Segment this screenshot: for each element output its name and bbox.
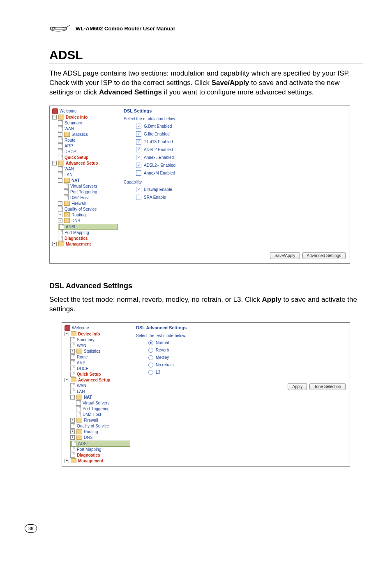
expand-icon[interactable]: + <box>58 218 62 223</box>
save-apply-button[interactable]: Save/Apply <box>270 252 300 259</box>
nav-device-info[interactable]: −Device Info <box>65 331 130 337</box>
cap-sra[interactable]: SRA Enable <box>136 195 346 200</box>
checkbox-icon[interactable]: ✓ <box>136 139 141 145</box>
nav-advanced-setup[interactable]: −Advanced Setup <box>65 377 130 383</box>
apply-button[interactable]: Apply <box>288 383 307 390</box>
intro-bold-2: Advanced Settings <box>99 88 162 96</box>
nav-summary[interactable]: Summary <box>70 337 130 343</box>
nav-adsl[interactable]: ADSL <box>58 224 118 230</box>
radio-icon[interactable] <box>148 340 153 345</box>
nav-adsl[interactable]: ADSL <box>70 441 130 447</box>
nav-management[interactable]: +Management <box>52 241 118 247</box>
nav-label: Diagnostics <box>65 236 88 241</box>
tone-selection-button[interactable]: Tone Selection <box>309 383 346 390</box>
nav-dns[interactable]: +DNS <box>70 435 130 441</box>
nav-wan[interactable]: WAN <box>58 126 118 132</box>
opt-normal[interactable]: Normal <box>148 340 346 345</box>
nav-diagnostics[interactable]: Diagnostics <box>70 452 130 458</box>
collapse-icon[interactable]: − <box>58 178 62 183</box>
advanced-settings-button[interactable]: Advanced Settings <box>302 252 346 259</box>
nav-dns[interactable]: +DNS <box>58 218 118 224</box>
nav-device-info[interactable]: −Device Info <box>52 115 118 120</box>
nav-arp[interactable]: ARP <box>58 143 118 149</box>
nav-wan2[interactable]: WAN <box>58 166 118 172</box>
nav-routing[interactable]: +Routing <box>70 429 130 435</box>
expand-icon[interactable]: + <box>70 430 75 434</box>
opt-annexm[interactable]: AnnexM Enabled <box>136 170 346 176</box>
expand-icon[interactable]: + <box>65 459 69 463</box>
nav-lan[interactable]: LAN <box>70 389 130 395</box>
nav-management[interactable]: +Management <box>65 458 130 464</box>
checkbox-icon[interactable]: ✓ <box>136 124 141 129</box>
radio-icon[interactable] <box>148 370 153 375</box>
nav-dhcp[interactable]: DHCP <box>70 366 130 372</box>
nav-qos[interactable]: Quality of Service <box>70 423 130 429</box>
opt-annexl[interactable]: ✓AnnexL Enabled <box>136 155 346 160</box>
nav-port-mapping[interactable]: Port Mapping <box>70 447 130 452</box>
opt-medley[interactable]: Medley <box>148 355 346 360</box>
collapse-icon[interactable]: − <box>52 161 57 165</box>
radio-icon[interactable] <box>148 363 153 368</box>
nav-dhcp[interactable]: DHCP <box>58 149 118 155</box>
checkbox-icon[interactable]: ✓ <box>136 147 141 152</box>
radio-icon[interactable] <box>148 355 153 360</box>
settings-panel-2: DSL Advanced Settings Select the test mo… <box>132 323 350 466</box>
nav-statistics[interactable]: +Statistics <box>58 132 118 138</box>
nav-dmz-host[interactable]: DMZ Host <box>64 195 118 201</box>
nav-label: LAN <box>65 172 72 177</box>
expand-icon[interactable]: + <box>70 435 75 440</box>
checkbox-icon[interactable]: ✓ <box>136 163 141 168</box>
opt-l3[interactable]: L3 <box>148 370 346 375</box>
nav-welcome[interactable]: Welcome <box>65 325 130 331</box>
collapse-icon[interactable]: − <box>65 332 69 336</box>
nav-qos[interactable]: Quality of Service <box>58 207 118 212</box>
checkbox-icon[interactable]: ✓ <box>136 131 141 137</box>
nav-virtual-servers[interactable]: Virtual Servers <box>76 400 130 406</box>
expand-icon[interactable]: + <box>58 201 62 206</box>
nav-firewall[interactable]: +Firewall <box>58 201 118 207</box>
checkbox-icon[interactable] <box>136 195 141 200</box>
nav-port-triggering[interactable]: Port Triggering <box>64 189 118 195</box>
nav-nat[interactable]: −NAT <box>70 395 130 400</box>
opt-adsl2p[interactable]: ✓ADSL2+ Enabled <box>136 163 346 168</box>
nav-lan[interactable]: LAN <box>58 172 118 178</box>
opt-reverb[interactable]: Reverb <box>148 348 346 353</box>
nav-wan2[interactable]: WAN <box>70 383 130 389</box>
expand-icon[interactable]: + <box>58 213 62 217</box>
nav-diagnostics[interactable]: Diagnostics <box>58 236 118 241</box>
expand-icon[interactable]: + <box>70 349 75 354</box>
collapse-icon[interactable]: − <box>70 395 75 400</box>
nav-route[interactable]: Route <box>58 138 118 143</box>
opt-glite[interactable]: ✓G.lite Enabled <box>136 131 346 137</box>
expand-icon[interactable]: + <box>70 418 75 423</box>
opt-t1413[interactable]: ✓T1.413 Enabled <box>136 139 346 145</box>
nav-dmz-host[interactable]: DMZ Host <box>76 412 130 418</box>
checkbox-icon[interactable] <box>136 170 141 176</box>
opt-adsl2[interactable]: ✓ADSL2 Enabled <box>136 147 346 152</box>
nav-route[interactable]: Route <box>70 354 130 360</box>
radio-icon[interactable] <box>148 348 153 353</box>
nav-port-triggering[interactable]: Port Triggering <box>76 406 130 412</box>
nav-firewall[interactable]: +Firewall <box>70 418 130 423</box>
nav-virtual-servers[interactable]: Virtual Servers <box>64 184 118 189</box>
nav-advanced-setup[interactable]: −Advanced Setup <box>52 161 118 166</box>
checkbox-icon[interactable]: ✓ <box>136 155 141 160</box>
expand-icon[interactable]: + <box>52 242 57 246</box>
nav-welcome[interactable]: Welcome <box>52 108 118 115</box>
nav-quick-setup[interactable]: Quick Setup <box>58 155 118 161</box>
nav-routing[interactable]: +Routing <box>58 212 118 218</box>
nav-quick-setup[interactable]: Quick Setup <box>70 372 130 377</box>
checkbox-icon[interactable]: ✓ <box>136 187 141 192</box>
collapse-icon[interactable]: − <box>65 378 69 382</box>
expand-icon[interactable]: + <box>58 132 62 137</box>
collapse-icon[interactable]: − <box>52 115 57 119</box>
nav-summary[interactable]: Summary <box>58 120 118 126</box>
nav-wan[interactable]: WAN <box>70 343 130 349</box>
nav-nat[interactable]: −NAT <box>58 178 118 184</box>
opt-noretrain[interactable]: No retrain <box>148 363 346 368</box>
cap-bitswap[interactable]: ✓Bitswap Enable <box>136 187 346 192</box>
opt-gdmt[interactable]: ✓G.Dmt Enabled <box>136 124 346 129</box>
nav-arp[interactable]: ARP <box>70 360 130 366</box>
nav-statistics[interactable]: +Statistics <box>70 349 130 354</box>
nav-port-mapping[interactable]: Port Mapping <box>58 230 118 236</box>
